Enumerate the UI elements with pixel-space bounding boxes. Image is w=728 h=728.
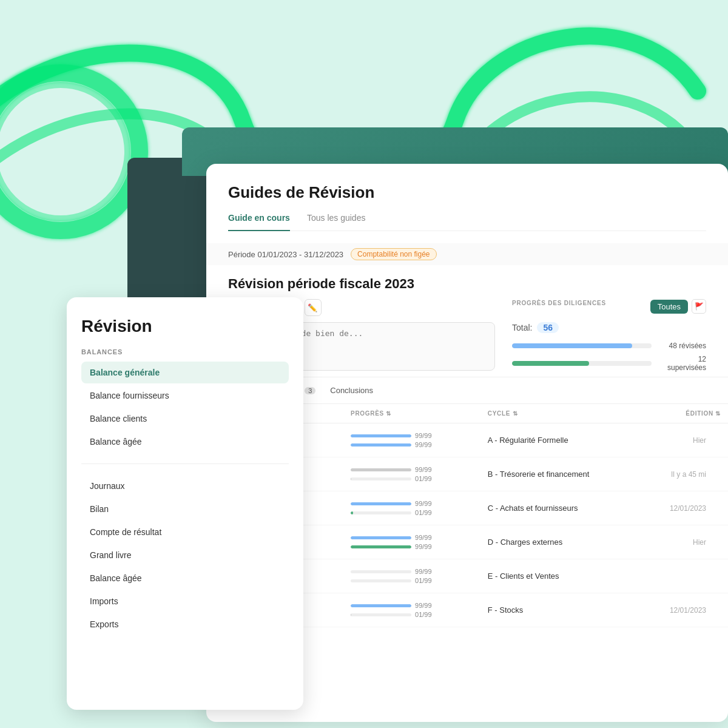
mini-bar-row: 99/99 [351,568,459,575]
sidebar-item-grand-livre[interactable]: Grand livre [81,544,289,566]
mini-bar-row: 01/99 [351,611,459,618]
main-header: Guides de Révision Guide en cours Tous l… [206,164,728,231]
total-row: Total: 56 [512,322,706,333]
mini-bar-row: 99/99 [351,534,459,541]
supervisees-count: 12 supervisées [658,355,706,372]
revision-period-title: Révision période fiscale 2023 [206,265,728,299]
sidebar-item-bilan[interactable]: Bilan [81,498,289,520]
total-value: 56 [537,322,559,333]
edition-text: Il y a 45 mi [671,470,706,479]
supervisees-bar-bg [512,361,652,366]
revisees-count: 48 révisées [658,342,706,350]
cycle-name: F - Stocks [488,605,524,615]
mini-bar-row: 99/99 [351,466,459,473]
sidebar-item-compte-de-résultat[interactable]: Compte de résultat [81,521,289,543]
progress-mini: 99/9901/99 [351,466,459,482]
mini-bar-row: 01/99 [351,475,459,482]
cycle-name: B - Trésorerie et financement [488,470,590,479]
sidebar-item-balance-clients[interactable]: Balance clients [81,408,289,430]
supervisees-bar-fill [512,361,589,366]
revisees-bar-bg [512,343,652,348]
th-progres: PROGRÈS ⇅ [329,404,466,423]
progress-mini: 99/9999/99 [351,534,459,550]
sidebar-item-balance-générale[interactable]: Balance générale [81,362,289,383]
progress-header-row: PROGRÈS DES DILIGENCES Toutes 🚩 [512,299,706,314]
toutes-button[interactable]: Toutes [650,300,688,314]
balances-section-label: BALANCES [81,348,289,356]
sidebar-item-journaux[interactable]: Journaux [81,475,289,497]
progress-section-label: PROGRÈS DES DILIGENCES [512,300,606,306]
total-label: Total: [512,323,532,332]
edit-button[interactable]: ✏️ [305,299,322,316]
progress-mini: 99/9901/99 [351,602,459,618]
supervisees-progress-row: 12 supervisées [512,355,706,372]
edition-text: 12/01/2023 [670,606,706,615]
edition-text: Hier [693,436,706,445]
tab-tous-les-guides[interactable]: Tous les guides [307,213,366,231]
svg-point-1 [0,85,127,218]
sidebar-divider [81,463,289,464]
progress-mini: 99/9901/99 [351,500,459,516]
progress-mini: 99/9999/99 [351,432,459,448]
mini-bar-row: 99/99 [351,432,459,439]
period-text: Période 01/01/2023 - 31/12/2023 [228,250,343,259]
cycle-name: D - Charges externes [488,538,563,547]
revision-sidebar: Révision BALANCES Balance généraleBalanc… [67,297,303,710]
sidebar-title: Révision [81,317,289,336]
tab-conclusions[interactable]: Conclusions [330,386,373,395]
mini-bar-row: 99/99 [351,500,459,507]
svg-point-0 [0,73,140,231]
flag-button[interactable]: 🚩 [692,299,706,314]
progress-mini: 99/9901/99 [351,568,459,584]
sidebar-item-balance-âgée[interactable]: Balance âgée [81,567,289,589]
mini-bar-row: 01/99 [351,509,459,516]
balances-list: Balance généraleBalance fournisseursBala… [81,362,289,453]
right-column: PROGRÈS DES DILIGENCES Toutes 🚩 Total: 5… [512,299,706,377]
th-edition: ÉDITION ⇅ [629,404,728,423]
sidebar-item-balance-fournisseurs[interactable]: Balance fournisseurs [81,385,289,406]
mini-bar-row: 99/99 [351,602,459,609]
sidebar-item-balance-âgée[interactable]: Balance âgée [81,431,289,453]
edition-text: Hier [693,538,706,547]
mini-bar-row: 99/99 [351,441,459,448]
cycle-name: E - Clients et Ventes [488,571,559,581]
cycle-name: A - Régularité Formelle [488,436,568,445]
tab-guide-en-cours[interactable]: Guide en cours [228,213,290,231]
th-cycle: CYCLE ⇅ [466,404,629,423]
tabs-container: Guide en cours Tous les guides [228,213,706,231]
page-title: Guides de Révision [228,183,706,202]
revisees-progress-row: 48 révisées [512,342,706,350]
mini-bar-row: 99/99 [351,543,459,550]
period-bar: Période 01/01/2023 - 31/12/2023 Comptabi… [206,243,728,265]
edition-text: 12/01/2023 [670,504,706,513]
revisees-bar-fill [512,343,632,348]
sidebar-item-exports[interactable]: Exports [81,613,289,635]
sidebar-item-imports[interactable]: Imports [81,590,289,612]
comptabilite-badge: Comptabilité non figée [351,248,436,260]
mini-bar-row: 01/99 [351,577,459,584]
other-nav-list: JournauxBilanCompte de résultatGrand liv… [81,475,289,635]
cycle-name: C - Achats et fournisseurs [488,504,578,513]
